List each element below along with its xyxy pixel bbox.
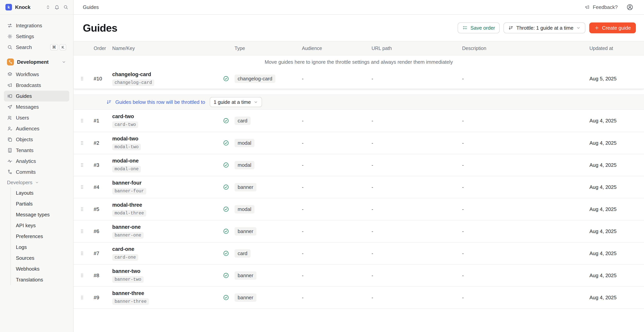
- development-env-icon: [7, 59, 14, 66]
- developers-section-toggle[interactable]: Developers: [4, 177, 69, 187]
- sidebar-item-translations[interactable]: Translations: [16, 274, 69, 285]
- main-area: Guides Feedback? Guides Save order: [74, 0, 644, 332]
- drag-handle-icon[interactable]: [74, 229, 90, 234]
- throttle-divider-row: Guides below this row will be throttled …: [74, 95, 644, 110]
- search-icon[interactable]: [63, 5, 68, 10]
- sidebar-item-preferences[interactable]: Preferences: [16, 231, 69, 242]
- throttle-dropdown-button[interactable]: Throttle: 1 guide at a time: [504, 23, 585, 33]
- guide-row-banner-four[interactable]: #4 banner-four banner-four banner - - - …: [74, 176, 644, 198]
- feedback-button[interactable]: Feedback?: [584, 4, 618, 10]
- drag-handle-icon[interactable]: [74, 118, 90, 123]
- sidebar-item-users[interactable]: Users: [4, 112, 69, 123]
- environment-name: Development: [17, 59, 48, 65]
- guide-type-badge: modal: [234, 161, 254, 169]
- sidebar-item-guides[interactable]: Guides: [4, 91, 69, 102]
- create-guide-button[interactable]: Create guide: [589, 23, 636, 33]
- guide-row-card-one[interactable]: #7 card-one card-one card - - - Aug 4, 2…: [74, 242, 644, 264]
- guide-row-card-two[interactable]: #1 card-two card-two card - - - Aug 4, 2…: [74, 110, 644, 132]
- save-order-button[interactable]: Save order: [458, 23, 500, 33]
- guide-active-check-icon: [219, 75, 233, 82]
- developers-label: Developers: [7, 180, 32, 186]
- sidebar-item-workflows[interactable]: Workflows: [4, 69, 69, 80]
- sidebar-item-layouts[interactable]: Layouts: [16, 187, 69, 198]
- sidebar-item-messages[interactable]: Messages: [4, 102, 69, 112]
- sidebar-item-settings[interactable]: Settings: [4, 31, 69, 42]
- unthrottled-drop-notice: Move guides here to ignore the throttle …: [74, 55, 644, 69]
- sidebar-item-tenants[interactable]: Tenants: [4, 145, 69, 156]
- sidebar-item-partials[interactable]: Partials: [16, 198, 69, 209]
- drag-handle-icon[interactable]: [74, 76, 90, 81]
- sort-descending-icon: [106, 99, 112, 105]
- guide-row-changelog-card[interactable]: #10 changelog-card changelog-card change…: [74, 69, 644, 89]
- drag-handle-icon[interactable]: [74, 207, 90, 212]
- sidebar: k Knock Integrations Settings Search ⌘K …: [0, 0, 74, 332]
- breadcrumb: Guides: [83, 4, 99, 10]
- sidebar-item-search[interactable]: Search ⌘K: [4, 42, 69, 53]
- guide-row-modal-one[interactable]: #3 modal-one modal-one modal - - - Aug 4…: [74, 154, 644, 176]
- guide-name[interactable]: changelog-card: [112, 72, 151, 78]
- page-header: Guides Save order Throttle: 1 guide at a…: [74, 15, 644, 41]
- guide-updated-at: Aug 4, 2025: [588, 140, 644, 146]
- guide-type-badge: modal: [234, 205, 254, 213]
- chevron-down-icon: [576, 26, 581, 30]
- drag-handle-icon[interactable]: [74, 273, 90, 278]
- guide-updated-at: Aug 4, 2025: [588, 206, 644, 212]
- sidebar-item-commits[interactable]: Commits: [4, 167, 69, 177]
- guide-name[interactable]: banner-one: [112, 224, 141, 230]
- guide-order: #8: [90, 272, 112, 278]
- guide-row-banner-two[interactable]: #8 banner-two banner-two banner - - - Au…: [74, 264, 644, 286]
- guide-name[interactable]: modal-one: [112, 158, 139, 164]
- workspace-name: Knock: [15, 4, 30, 10]
- guide-order: #3: [90, 162, 112, 168]
- workspace-switcher-icon[interactable]: [45, 5, 51, 10]
- sidebar-item-api-keys[interactable]: API keys: [16, 220, 69, 231]
- drag-handle-icon[interactable]: [74, 185, 90, 190]
- guide-active-check-icon: [219, 228, 233, 235]
- guide-row-modal-two[interactable]: #2 modal-two modal-two modal - - - Aug 4…: [74, 132, 644, 154]
- col-description: Description: [459, 46, 588, 51]
- guide-name[interactable]: card-one: [112, 246, 134, 252]
- col-order: Order: [90, 46, 112, 51]
- guide-row-modal-three[interactable]: #5 modal-three modal-three modal - - - A…: [74, 198, 644, 220]
- sidebar-item-integrations[interactable]: Integrations: [4, 20, 69, 31]
- drag-handle-icon[interactable]: [74, 163, 90, 168]
- sidebar-item-audiences[interactable]: Audiences: [4, 123, 69, 134]
- guide-name[interactable]: banner-four: [112, 180, 142, 186]
- commits-icon: [7, 169, 13, 175]
- sidebar-item-message-types[interactable]: Message types: [16, 209, 69, 220]
- guide-type-badge: changelog-card: [234, 75, 275, 83]
- environment-switcher[interactable]: Development: [4, 57, 69, 67]
- tenants-icon: [7, 147, 13, 153]
- guide-url-path: -: [368, 295, 459, 301]
- section-gap: [74, 89, 644, 95]
- sidebar-item-analytics[interactable]: Analytics: [4, 156, 69, 167]
- drag-handle-icon[interactable]: [74, 251, 90, 256]
- col-updated-at: Updated at: [588, 46, 644, 51]
- guide-name[interactable]: modal-three: [112, 202, 142, 208]
- guide-active-check-icon: [219, 140, 233, 146]
- sidebar-item-broadcasts[interactable]: Broadcasts: [4, 80, 69, 91]
- throttle-count-select[interactable]: 1 guide at a time: [210, 97, 262, 107]
- account-avatar-icon[interactable]: [626, 4, 634, 11]
- sidebar-item-sources[interactable]: Sources: [16, 253, 69, 263]
- guide-name[interactable]: card-two: [112, 114, 134, 120]
- guide-name[interactable]: banner-three: [112, 290, 144, 296]
- throttle-divider-link[interactable]: Guides below this row will be throttled …: [115, 99, 205, 105]
- guide-name[interactable]: banner-two: [112, 268, 140, 274]
- sidebar-item-webhooks[interactable]: Webhooks: [16, 263, 69, 274]
- notifications-bell-icon[interactable]: [54, 5, 60, 10]
- guide-name[interactable]: modal-two: [112, 136, 138, 142]
- col-type: Type: [233, 46, 299, 51]
- drag-handle-icon[interactable]: [74, 295, 90, 300]
- sidebar-item-objects[interactable]: Objects: [4, 134, 69, 145]
- guide-audience: -: [299, 76, 368, 82]
- col-audience: Audience: [299, 46, 368, 51]
- guide-row-banner-one[interactable]: #6 banner-one banner-one banner - - - Au…: [74, 220, 644, 242]
- guide-audience: -: [299, 184, 368, 190]
- guide-active-check-icon: [219, 272, 233, 279]
- sidebar-item-logs[interactable]: Logs: [16, 242, 69, 253]
- guide-row-banner-three[interactable]: #9 banner-three banner-three banner - - …: [74, 286, 644, 308]
- settings-icon: [7, 34, 13, 39]
- guide-key-badge: modal-two: [112, 144, 141, 150]
- drag-handle-icon[interactable]: [74, 140, 90, 145]
